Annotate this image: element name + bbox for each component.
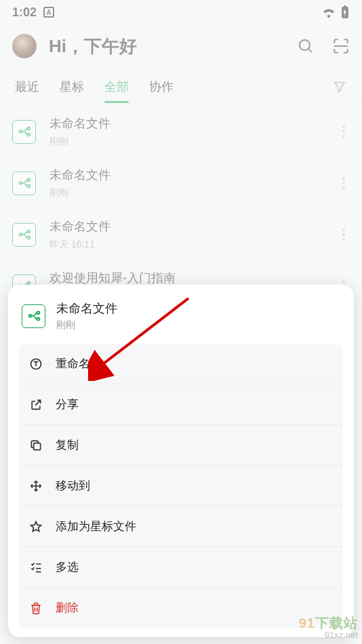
sheet-file-title: 未命名文件 bbox=[56, 300, 117, 317]
star-icon bbox=[28, 519, 43, 534]
copy-icon bbox=[28, 438, 43, 453]
menu-delete[interactable]: 删除 bbox=[19, 587, 343, 628]
svg-rect-30 bbox=[37, 312, 39, 315]
rename-icon bbox=[28, 357, 43, 371]
menu-label: 分享 bbox=[56, 397, 79, 412]
sheet-file-sub: 刚刚 bbox=[56, 319, 117, 331]
svg-point-29 bbox=[28, 315, 31, 317]
trash-icon bbox=[28, 601, 43, 616]
menu-label: 删除 bbox=[56, 600, 79, 616]
move-icon bbox=[28, 479, 43, 494]
menu-label: 重命名 bbox=[56, 356, 90, 371]
multiselect-icon bbox=[28, 560, 43, 575]
menu-multiselect[interactable]: 多选 bbox=[19, 546, 343, 587]
menu-share[interactable]: 分享 bbox=[19, 384, 343, 424]
share-icon bbox=[28, 397, 43, 412]
svg-rect-31 bbox=[37, 318, 39, 321]
menu-label: 多选 bbox=[56, 559, 79, 575]
action-menu: 重命名 分享 复制 移动到 添加为星标文件 bbox=[19, 344, 343, 628]
mindmap-file-icon bbox=[22, 304, 45, 328]
menu-label: 复制 bbox=[56, 437, 79, 453]
menu-move[interactable]: 移动到 bbox=[19, 465, 343, 506]
menu-label: 添加为星标文件 bbox=[56, 519, 136, 534]
menu-copy[interactable]: 复制 bbox=[19, 424, 343, 465]
svg-rect-33 bbox=[34, 443, 41, 449]
menu-label: 移动到 bbox=[56, 478, 90, 494]
menu-star[interactable]: 添加为星标文件 bbox=[19, 506, 343, 546]
context-menu-sheet: 未命名文件 刚刚 重命名 分享 复制 移动到 bbox=[8, 285, 354, 637]
menu-rename[interactable]: 重命名 bbox=[19, 344, 343, 384]
sheet-header: 未命名文件 刚刚 bbox=[19, 298, 343, 344]
